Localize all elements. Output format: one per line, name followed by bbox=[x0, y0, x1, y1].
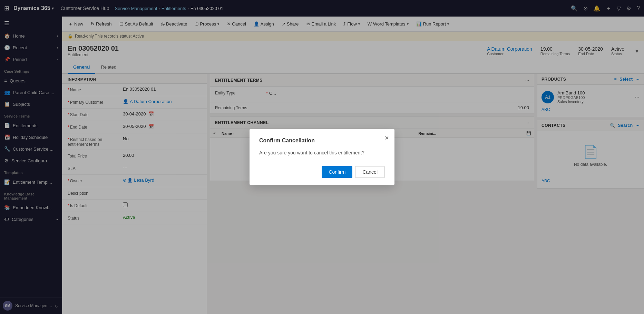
confirm-button[interactable]: Confirm bbox=[322, 166, 352, 178]
dialog-body: Are you sure you want to cancel this ent… bbox=[259, 149, 385, 156]
dialog-close-button[interactable]: ✕ bbox=[384, 135, 389, 141]
dialog-overlay: ✕ Confirm Cancellation Are you sure you … bbox=[0, 0, 644, 314]
confirm-cancellation-dialog: ✕ Confirm Cancellation Are you sure you … bbox=[250, 129, 394, 185]
dialog-title: Confirm Cancellation bbox=[259, 138, 385, 144]
dialog-actions: Confirm Cancel bbox=[259, 166, 385, 178]
dialog-cancel-button[interactable]: Cancel bbox=[355, 166, 385, 178]
